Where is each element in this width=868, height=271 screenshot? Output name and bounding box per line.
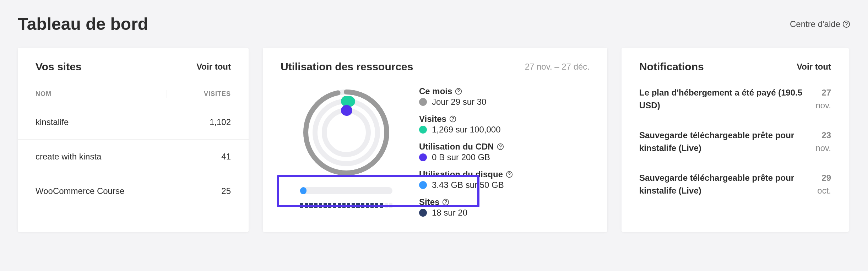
resources-date-range: 27 nov. – 27 déc. [525,62,590,72]
dot-icon [419,209,427,217]
sites-card-title: Vos sites [36,61,82,73]
sites-dash-bar [300,203,392,208]
table-row[interactable]: WooCommerce Course 25 [18,174,249,208]
svg-point-9 [459,93,459,93]
resource-item-disk: Utilisation du disque 3.43 GB sur 50 GB [419,169,590,190]
help-icon[interactable] [497,143,504,150]
table-row[interactable]: create with kinsta 41 [18,140,249,174]
site-name: WooCommerce Course [36,186,167,196]
resource-label: Utilisation du disque [419,169,590,179]
resource-item-cdn: Utilisation du CDN 0 B sur 200 GB [419,142,590,162]
help-center-link[interactable]: Centre d'aide [790,19,850,29]
page-header: Tableau de bord Centre d'aide [18,14,850,34]
resource-item-month: Ce mois Jour 29 sur 30 [419,86,590,107]
resources-charts [281,86,412,218]
notifications-view-all-link[interactable]: Voir tout [797,62,831,72]
resource-label: Sites [419,197,590,207]
disk-bar-fill [300,187,306,194]
help-icon[interactable] [449,115,456,123]
resource-label: Visites [419,114,590,124]
help-icon [842,20,850,28]
notification-text: Le plan d'hébergement a été payé (190.5 … [639,86,805,112]
resources-card-title: Utilisation des ressources [281,61,413,73]
disk-bar [300,187,392,194]
table-row[interactable]: kinstalife 1,102 [18,105,249,140]
resource-value: Jour 29 sur 30 [419,97,590,107]
resource-value: 0 B sur 200 GB [419,152,590,162]
sites-view-all-link[interactable]: Voir tout [196,62,231,72]
resource-item-sites: Sites 18 sur 20 [419,197,590,218]
site-name: kinstalife [36,117,167,127]
help-icon[interactable] [506,171,513,178]
notification-date: 29 oct. [817,172,831,197]
site-visits: 25 [167,186,231,196]
svg-point-1 [846,26,846,26]
site-visits: 1,102 [167,117,231,127]
help-center-label: Centre d'aide [790,19,840,29]
dot-icon [419,181,427,189]
notifications-card-title: Notifications [639,61,704,73]
notification-date: 23 nov. [815,129,831,155]
dot-icon [419,126,427,134]
cards-row: Vos sites Voir tout NOM VISITES kinstali… [18,48,850,232]
notification-text: Sauvegarde téléchargeable prête pour kin… [639,129,805,155]
svg-point-17 [446,204,446,204]
list-item[interactable]: Sauvegarde téléchargeable prête pour kin… [639,172,831,197]
resource-label: Utilisation du CDN [419,142,590,152]
svg-point-11 [452,120,453,121]
donut-chart [300,86,392,179]
site-name: create with kinsta [36,152,167,162]
list-item[interactable]: Le plan d'hébergement a été payé (190.5 … [639,86,831,112]
notifications-list: Le plan d'hébergement a été payé (190.5 … [622,83,849,211]
help-icon[interactable] [442,199,449,206]
sites-table-header: NOM VISITES [18,83,249,105]
resource-item-visits: Visites 1,269 sur 100,000 [419,114,590,135]
resources-card: Utilisation des ressources 27 nov. – 27 … [263,48,607,232]
notifications-card: Notifications Voir tout Le plan d'héberg… [622,48,849,232]
resources-card-header: Utilisation des ressources 27 nov. – 27 … [263,48,607,83]
svg-point-13 [500,148,500,148]
site-visits: 41 [167,152,231,162]
svg-point-6 [324,110,368,155]
sites-col-name: NOM [36,90,167,98]
sites-card-header: Vos sites Voir tout [18,48,249,83]
sites-col-visits: VISITES [167,90,231,98]
sites-card: Vos sites Voir tout NOM VISITES kinstali… [18,48,249,232]
page-title: Tableau de bord [18,14,148,34]
resource-value: 18 sur 20 [419,208,590,218]
resources-body: Ce mois Jour 29 sur 30 Visites [263,83,607,232]
svg-point-15 [509,176,509,176]
resource-value: 3.43 GB sur 50 GB [419,180,590,190]
notification-text: Sauvegarde téléchargeable prête pour kin… [639,172,807,197]
notification-date: 27 nov. [815,86,831,112]
resource-label: Ce mois [419,86,590,96]
help-icon[interactable] [455,88,462,95]
dot-icon [419,153,427,161]
dot-icon [419,98,427,106]
notifications-card-header: Notifications Voir tout [622,48,849,83]
list-item[interactable]: Sauvegarde téléchargeable prête pour kin… [639,129,831,155]
resource-value: 1,269 sur 100,000 [419,125,590,135]
resources-list: Ce mois Jour 29 sur 30 Visites [419,86,590,218]
